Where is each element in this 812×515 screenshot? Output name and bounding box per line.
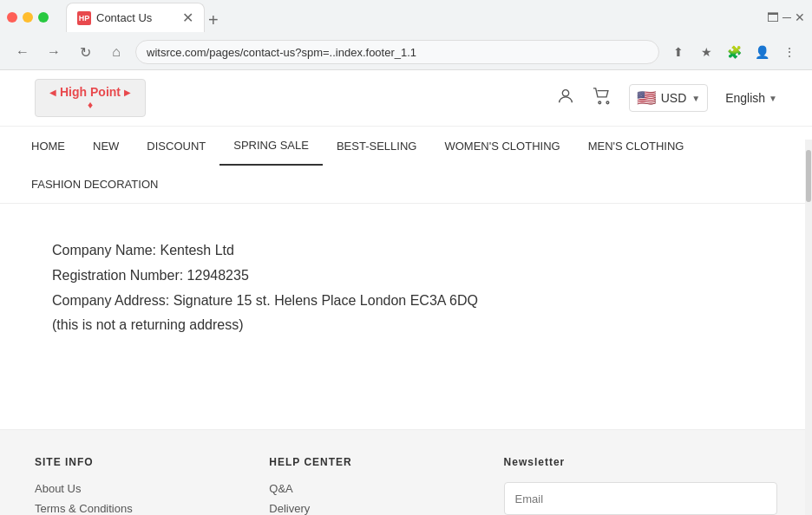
nav-best-selling[interactable]: BEST-SELLING [323,127,430,165]
tab-bar: HP Contact Us ✕ + [59,3,226,32]
home-btn[interactable]: ⌂ [104,40,128,64]
site-wrapper: ◀ High Point ▶ ♦ 🇺🇸 USD ▼ English ▼ [0,70,812,515]
nav-mens-clothing[interactable]: MEN'S CLOTHING [574,127,698,165]
svg-point-1 [599,101,601,103]
logo-diamond: ♦ [88,99,93,111]
bookmark-btn[interactable]: ★ [694,40,718,64]
footer-help-center: HELP CENTER Q&A Delivery [269,456,451,515]
logo-box[interactable]: ◀ High Point ▶ ♦ [35,79,146,117]
menu-btn[interactable]: ⋮ [777,40,802,64]
scrollbar-thumb[interactable] [806,150,811,202]
email-input[interactable] [504,482,777,515]
nav-womens-clothing[interactable]: WOMEN'S CLOTHING [430,127,573,165]
nav-discount[interactable]: DISCOUNT [133,127,219,165]
active-tab[interactable]: HP Contact Us ✕ [66,3,205,32]
minimize-icon[interactable]: ─ [783,10,791,24]
browser-chrome: HP Contact Us ✕ + 🗖 ─ ✕ ← → ↻ ⌂ ⬆ ★ 🧩 👤 … [0,0,812,70]
flag-icon: 🇺🇸 [637,88,656,108]
svg-point-2 [606,101,609,103]
refresh-btn[interactable]: ↻ [73,40,97,64]
footer-about-us[interactable]: About Us [35,482,217,495]
address-bar: ← → ↻ ⌂ ⬆ ★ 🧩 👤 ⋮ [0,35,812,69]
share-btn[interactable]: ⬆ [666,40,691,64]
new-tab-btn[interactable]: + [208,10,219,30]
currency-text: USD [661,91,687,105]
footer-grid: SITE INFO About Us Terms & Conditions HE… [35,456,777,515]
main-content: Company Name: Kentesh Ltd Registration N… [0,204,812,429]
tab-close-btn[interactable]: ✕ [182,11,193,25]
restore-icon[interactable]: 🗖 [767,10,779,24]
address-note: (this is not a returning address) [52,313,760,338]
help-center-title: HELP CENTER [269,456,451,468]
newsletter-section: Newsletter [504,456,777,515]
footer-qa[interactable]: Q&A [269,482,451,495]
site-nav: HOME NEW DISCOUNT SPRING SALE BEST-SELLI… [0,127,812,204]
close-window-btn[interactable] [7,12,17,23]
url-input[interactable] [135,40,659,64]
newsletter-title: Newsletter [504,456,777,468]
language-text: English [725,91,765,105]
maximize-window-btn[interactable] [38,12,49,23]
lang-chevron-icon: ▼ [769,94,777,103]
user-icon-btn[interactable] [556,87,575,110]
scrollbar-track[interactable] [805,140,812,515]
nav-home[interactable]: HOME [17,127,79,165]
nav-fashion-decoration[interactable]: FASHION DECORATION [17,166,172,203]
footer-terms[interactable]: Terms & Conditions [35,502,217,515]
svg-point-0 [562,89,568,95]
window-controls [7,12,49,23]
logo-area: ◀ High Point ▶ ♦ [35,79,146,117]
close-icon[interactable]: ✕ [795,10,805,24]
company-address: Company Address: Signature 15 st. Helens… [52,289,760,314]
registration-number: Registration Number: 12948235 [52,264,760,289]
tab-favicon: HP [77,11,91,25]
nav-new[interactable]: NEW [79,127,133,165]
cart-icon-btn[interactable] [593,87,612,110]
address-bar-icons: ⬆ ★ 🧩 👤 ⋮ [666,40,802,64]
language-selector[interactable]: English ▼ [725,91,777,105]
logo-label: High Point [60,85,121,99]
back-btn[interactable]: ← [10,40,35,64]
nav-spring-sale[interactable]: SPRING SALE [219,127,323,166]
footer-delivery[interactable]: Delivery [269,502,451,515]
extensions-btn[interactable]: 🧩 [722,40,746,64]
site-header: ◀ High Point ▶ ♦ 🇺🇸 USD ▼ English ▼ [0,70,812,127]
contact-info: Company Name: Kentesh Ltd Registration N… [52,238,760,338]
tab-title: Contact Us [96,11,152,24]
header-icons: 🇺🇸 USD ▼ English ▼ [556,84,777,112]
currency-selector[interactable]: 🇺🇸 USD ▼ [629,84,708,112]
currency-chevron-icon: ▼ [691,94,700,103]
minimize-window-btn[interactable] [23,12,33,23]
profile-btn[interactable]: 👤 [750,40,774,64]
site-info-title: SITE INFO [35,456,217,468]
company-name: Company Name: Kentesh Ltd [52,238,760,264]
site-footer: SITE INFO About Us Terms & Conditions HE… [0,429,812,515]
footer-site-info: SITE INFO About Us Terms & Conditions [35,456,217,515]
forward-btn[interactable]: → [42,40,66,64]
titlebar: HP Contact Us ✕ + 🗖 ─ ✕ [0,0,812,35]
